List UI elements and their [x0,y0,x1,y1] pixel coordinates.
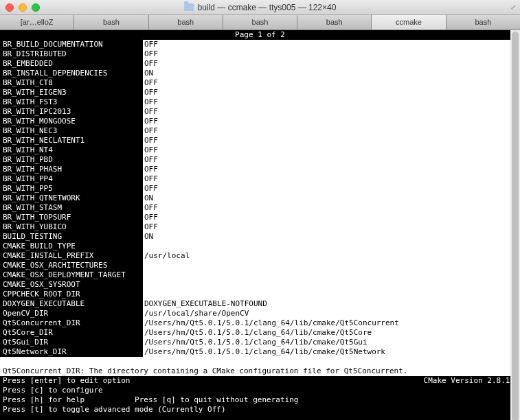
tab-2[interactable]: bash [149,15,223,30]
page-indicator: Page 1 of 2 [0,30,520,40]
option-value[interactable]: OFF [143,78,520,88]
tab-1[interactable]: bash [74,15,148,30]
option-value[interactable]: ON [143,194,520,203]
window-title-text: build — ccmake — ttys005 — 122×40 [198,3,337,12]
option-value[interactable]: /Users/hm/Qt5.0.1/5.0.1/clang_64/lib/cma… [143,338,520,347]
option-row[interactable]: BR_WITH_EIGEN3OFF [0,88,520,97]
option-value[interactable]: ON [143,69,520,78]
option-name: CMAKE_OSX_ARCHITECTURES [0,261,143,270]
tab-4[interactable]: bash [297,15,372,30]
option-value[interactable]: OFF [143,136,520,145]
option-row[interactable]: BR_WITH_PP4OFF [0,174,520,184]
option-row[interactable]: BR_WITH_FST3OFF [0,97,520,107]
option-value[interactable]: OFF [143,97,520,107]
option-row[interactable]: CMAKE_OSX_SYSROOT [0,280,520,290]
option-row[interactable]: Qt5Concurrent_DIR/Users/hm/Qt5.0.1/5.0.1… [0,318,520,328]
option-value[interactable] [143,261,520,270]
option-value[interactable]: /Users/hm/Qt5.0.1/5.0.1/clang_64/lib/cma… [143,347,520,357]
option-value[interactable]: OFF [143,184,520,194]
option-value[interactable]: OFF [143,174,520,184]
option-value[interactable]: OFF [143,155,520,165]
option-name: BR_INSTALL_DEPENDENCIES [0,69,143,78]
option-name: BR_WITH_TOPSURF [0,213,143,222]
option-value[interactable]: OFF [143,88,520,97]
footer-row-4: Press [t] to toggle advanced mode (Curre… [0,405,520,415]
option-value[interactable]: /usr/local/share/OpenCV [143,309,520,318]
option-row[interactable]: BR_EMBEDDEDOFF [0,59,520,69]
option-row[interactable]: CMAKE_OSX_ARCHITECTURES [0,261,520,270]
option-name: CMAKE_INSTALL_PREFIX [0,251,143,261]
zoom-icon[interactable] [32,3,40,12]
option-row[interactable]: Qt5Gui_DIR/Users/hm/Qt5.0.1/5.0.1/clang_… [0,338,520,347]
option-row[interactable]: BR_WITH_PP5OFF [0,184,520,194]
option-value[interactable]: OFF [143,126,520,136]
option-value[interactable]: OFF [143,213,520,222]
option-row[interactable]: BR_WITH_MONGOOSEOFF [0,117,520,126]
option-value[interactable] [143,242,520,251]
option-row[interactable]: CMAKE_OSX_DEPLOYMENT_TARGET [0,270,520,280]
scrollbar-thumb[interactable] [512,32,519,420]
option-row[interactable]: BR_BUILD_DOCUMENTATIONOFF [0,40,520,49]
option-name: Qt5Network_DIR [0,347,143,357]
option-value[interactable]: OFF [143,165,520,174]
cmake-version: CMake Version 2.8.10 [424,376,520,386]
close-icon[interactable] [5,3,14,12]
option-row[interactable]: BR_INSTALL_DEPENDENCIESON [0,69,520,78]
option-row[interactable]: BR_DISTRIBUTEDOFF [0,49,520,59]
option-row[interactable]: BR_WITH_NECLATENT1OFF [0,136,520,145]
option-name: BR_WITH_PP5 [0,184,143,194]
option-row[interactable]: Qt5Network_DIR/Users/hm/Qt5.0.1/5.0.1/cl… [0,347,520,357]
tab-3[interactable]: bash [223,15,297,30]
option-name: CPPCHECK_ROOT_DIR [0,290,143,299]
option-value[interactable]: OFF [143,222,520,232]
option-row[interactable]: BR_WITH_PBDOFF [0,155,520,165]
option-row[interactable]: CMAKE_BUILD_TYPE [0,242,520,251]
option-name: BR_WITH_PHASH [0,165,143,174]
tab-6[interactable]: bash [446,15,520,30]
option-value[interactable]: DOXYGEN_EXECUTABLE-NOTFOUND [143,299,520,309]
option-row[interactable]: BR_WITH_NT4OFF [0,145,520,155]
option-value[interactable]: OFF [143,49,520,59]
option-name: Qt5Gui_DIR [0,338,143,347]
minimize-icon[interactable] [19,3,27,12]
tab-0[interactable]: [ar…elloZ [0,15,74,30]
option-value[interactable]: OFF [143,203,520,213]
option-value[interactable] [143,290,520,299]
option-name: BR_DISTRIBUTED [0,49,143,59]
option-row[interactable]: BR_WITH_TOPSURFOFF [0,213,520,222]
terminal-area[interactable]: Page 1 of 2 BR_BUILD_DOCUMENTATIONOFFBR_… [0,30,520,420]
terminal-content: Page 1 of 2 BR_BUILD_DOCUMENTATIONOFFBR_… [0,30,520,420]
option-name: CMAKE_OSX_SYSROOT [0,280,143,290]
option-row[interactable]: BUILD_TESTINGON [0,232,520,242]
option-name: BR_BUILD_DOCUMENTATION [0,40,143,49]
option-value[interactable] [143,280,520,290]
option-row[interactable]: BR_WITH_YUBICOOFF [0,222,520,232]
option-value[interactable] [143,270,520,280]
option-value[interactable]: /Users/hm/Qt5.0.1/5.0.1/clang_64/lib/cma… [143,318,520,328]
tab-5[interactable]: ccmake [372,15,446,30]
window-titlebar: build — ccmake — ttys005 — 122×40 ⤢ [0,0,520,15]
option-row[interactable]: BR_WITH_QTNETWORKON [0,194,520,203]
option-value[interactable]: ON [143,232,520,242]
option-value[interactable]: OFF [143,107,520,117]
option-row[interactable]: CMAKE_INSTALL_PREFIX/usr/local [0,251,520,261]
option-help-text: Qt5Concurrent_DIR: The directory contain… [0,366,520,376]
option-value[interactable]: OFF [143,145,520,155]
option-value[interactable]: OFF [143,59,520,69]
option-row[interactable]: BR_WITH_STASMOFF [0,203,520,213]
option-row[interactable]: BR_WITH_CT8OFF [0,78,520,88]
scrollbar[interactable] [510,30,520,420]
option-name: BR_WITH_YUBICO [0,222,143,232]
option-row[interactable]: BR_WITH_PHASHOFF [0,165,520,174]
option-row[interactable]: CPPCHECK_ROOT_DIR [0,290,520,299]
option-value[interactable]: /usr/local [143,251,520,261]
option-value[interactable]: /Users/hm/Qt5.0.1/5.0.1/clang_64/lib/cma… [143,328,520,338]
option-value[interactable]: OFF [143,40,520,49]
option-row[interactable]: OpenCV_DIR/usr/local/share/OpenCV [0,309,520,318]
option-row[interactable]: BR_WITH_NEC3OFF [0,126,520,136]
option-row[interactable]: BR_WITH_IPC2013OFF [0,107,520,117]
expand-icon[interactable]: ⤢ [510,3,516,12]
option-value[interactable]: OFF [143,117,520,126]
option-row[interactable]: Qt5Core_DIR/Users/hm/Qt5.0.1/5.0.1/clang… [0,328,520,338]
option-row[interactable]: DOXYGEN_EXECUTABLEDOXYGEN_EXECUTABLE-NOT… [0,299,520,309]
